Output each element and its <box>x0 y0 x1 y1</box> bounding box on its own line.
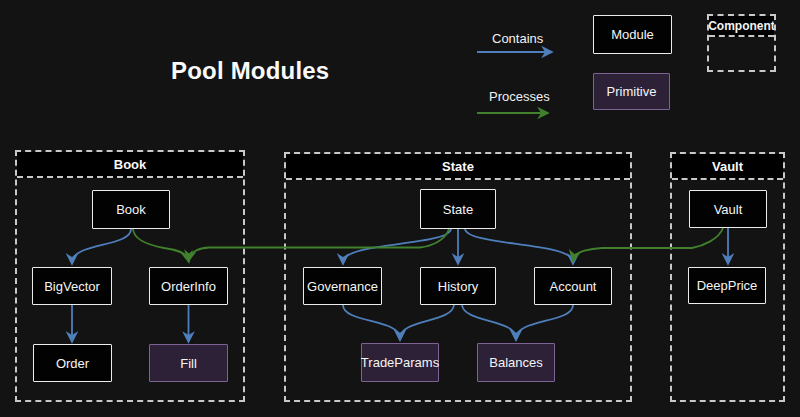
node-governance: Governance <box>303 267 382 305</box>
pool-modules-diagram: Pool Modules Contains Processes Module P… <box>0 0 800 417</box>
legend-contains-label: Contains <box>492 31 543 46</box>
node-tradeparams: TradeParams <box>361 343 439 382</box>
node-fill: Fill <box>149 344 228 382</box>
node-bigvector: BigVector <box>32 267 112 305</box>
page-title: Pool Modules <box>171 57 329 85</box>
node-state: State <box>420 189 496 229</box>
legend-primitive-box: Primitive <box>593 73 670 110</box>
legend-processes-label: Processes <box>489 89 550 104</box>
node-book: Book <box>92 190 170 229</box>
legend-component-box: Component <box>707 14 776 72</box>
node-deepprice: DeepPrice <box>688 267 766 304</box>
legend-module-box: Module <box>593 15 672 54</box>
node-balances: Balances <box>477 343 555 382</box>
node-account: Account <box>534 267 612 305</box>
legend-component-label: Component <box>709 16 774 37</box>
section-book-header: Book <box>17 152 243 178</box>
node-order: Order <box>33 344 112 382</box>
node-history: History <box>420 267 496 305</box>
section-state-header: State <box>286 154 630 180</box>
section-vault-header: Vault <box>672 154 783 180</box>
node-vault: Vault <box>689 190 767 228</box>
node-orderinfo: OrderInfo <box>149 267 228 305</box>
